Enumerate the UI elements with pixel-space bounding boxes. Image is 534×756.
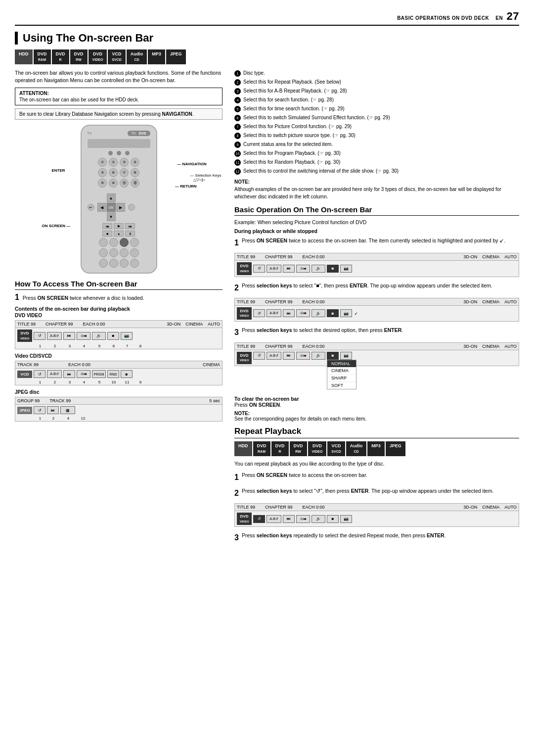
s2-icon-3[interactable]: ⏭ (283, 309, 295, 317)
repeat-btn-mp3[interactable]: MP3 (367, 441, 385, 456)
rp-icon-5[interactable]: 🔊 (312, 515, 325, 523)
s3-icon-4[interactable]: ⊙⏮ (296, 352, 310, 360)
remote-prev-btn[interactable]: ⏮ (102, 223, 112, 229)
vcd-icon-repeat[interactable]: ↺ (34, 370, 45, 378)
disc-btn-hdd[interactable]: HDD (15, 49, 33, 64)
s3-icon-7[interactable]: 📷 (340, 352, 352, 360)
remote-next-btn[interactable]: ⏭ (125, 223, 135, 229)
s1-icon-7[interactable]: 📷 (340, 265, 352, 273)
disc-btn-vcd[interactable]: VCDSVCD (108, 49, 125, 64)
remote-circle11[interactable] (120, 259, 129, 268)
dvd-icon-skip[interactable]: ⏭ (63, 332, 75, 340)
remote-btn-6[interactable]: ⑥ (109, 168, 118, 177)
s3-icon-3[interactable]: ⏭ (283, 352, 295, 360)
remote-btn-3[interactable]: ③ (120, 158, 129, 167)
remote-enter-btn[interactable]: ↩ (88, 204, 94, 211)
rp-icon-1[interactable]: ↺ (253, 515, 265, 523)
remote-btn-1[interactable]: ① (98, 158, 107, 167)
remote-circle8[interactable] (130, 248, 139, 257)
remote-dpad-down[interactable]: ▼ (107, 212, 116, 221)
vcd-icon-skip[interactable]: ⏭ (63, 370, 75, 378)
remote-circle12[interactable] (130, 259, 139, 268)
repeat-btn-dvd-r[interactable]: DVDR (271, 441, 289, 456)
repeat-btn-jpeg[interactable]: JPEG (386, 441, 405, 456)
popup-soft[interactable]: SOFT (327, 382, 356, 389)
remote-btn-7[interactable]: ⑦ (120, 168, 129, 177)
remote-circle9[interactable] (99, 259, 108, 268)
s1-icon-5[interactable]: 🔊 (312, 265, 325, 273)
remote-extra-btn[interactable] (128, 204, 135, 211)
repeat-btn-dvd-rw[interactable]: DVDRW (290, 441, 307, 456)
remote-circle2[interactable] (109, 238, 118, 247)
repeat-btn-dvd-video[interactable]: DVDVIDEO (308, 441, 327, 456)
remote-btn-10[interactable]: ⑩ (109, 179, 118, 188)
s2-icon-4[interactable]: ⊙⏮ (296, 309, 310, 317)
disc-btn-dvd-rw[interactable]: DVDRW (70, 49, 88, 64)
rp-icon-2[interactable]: A-B↺ (267, 515, 281, 523)
remote-btn-4[interactable]: ④ (131, 158, 139, 167)
dvd-icon-ab[interactable]: A-B↺ (47, 332, 62, 340)
dvd-icon-repeat[interactable]: ↺ (34, 332, 45, 340)
remote-circle5[interactable] (99, 248, 108, 257)
remote-btn-8[interactable]: ⑧ (131, 168, 139, 177)
remote-dpad-left[interactable]: ◀ (97, 203, 106, 212)
popup-normal[interactable]: NORMAL (327, 360, 356, 367)
remote-btn-9[interactable]: ⑨ (98, 179, 107, 188)
dvd-icon-search[interactable]: ⊙⏮ (77, 332, 90, 340)
s3-icon-5[interactable]: 🔊 (312, 352, 325, 360)
s1-icon-4[interactable]: ⊙⏮ (296, 265, 310, 273)
s3-icon-6[interactable]: ■ (327, 352, 339, 360)
remote-play-btn[interactable]: ▶ (114, 223, 124, 229)
remote-stop-btn[interactable]: ■ (102, 231, 112, 236)
s3-icon-1[interactable]: ↺ (253, 352, 265, 360)
s2-icon-2[interactable]: A-B↺ (267, 309, 281, 317)
remote-dpad-center[interactable]: OK (107, 203, 116, 212)
s2-icon-5[interactable]: 🔊 (312, 309, 325, 317)
disc-btn-dvd-r[interactable]: DVDR (52, 49, 69, 64)
disc-btn-audio-cd[interactable]: AudioCD (127, 49, 147, 64)
remote-circle3[interactable] (120, 238, 129, 247)
remote-circle4[interactable] (130, 238, 139, 247)
repeat-btn-hdd[interactable]: HDD (234, 441, 252, 456)
remote-switch[interactable]: TV DVD (128, 131, 150, 136)
rp-icon-3[interactable]: ⏭ (283, 515, 295, 523)
vcd-icon-search[interactable]: ⊙⏮ (77, 370, 90, 378)
vcd-icon-prgm[interactable]: PRGM (92, 370, 106, 378)
s3-icon-2[interactable]: A-B↺ (267, 352, 281, 360)
disc-btn-jpeg[interactable]: JPEG (166, 49, 186, 64)
rp-icon-7[interactable]: 📷 (340, 515, 352, 523)
remote-circle1[interactable] (99, 238, 108, 247)
popup-sharp[interactable]: SHARP (327, 375, 356, 382)
remote-pause-btn[interactable]: ⏸ (125, 231, 135, 236)
repeat-btn-dvd-ram[interactable]: DVDRAM (253, 441, 270, 456)
vcd-icon-ab[interactable]: A-B↺ (47, 370, 62, 378)
remote-rec-btn[interactable]: ● (114, 231, 124, 236)
remote-circle6[interactable] (109, 248, 118, 257)
s2-icon-6[interactable]: ■ (327, 309, 339, 317)
s2-icon-1[interactable]: ↺ (253, 309, 265, 317)
s1-icon-1[interactable]: ↺ (253, 265, 265, 273)
s1-icon-3[interactable]: ⏭ (283, 265, 295, 273)
s1-icon-6-highlighted[interactable]: ■ (327, 265, 339, 273)
repeat-btn-audio-cd[interactable]: AudioCD (346, 441, 367, 456)
remote-dpad-right[interactable]: ▶ (116, 203, 125, 212)
remote-btn-2[interactable]: ② (109, 158, 118, 167)
rp-icon-4[interactable]: ⊙⏮ (296, 515, 310, 523)
dvd-icon-stop[interactable]: ■ (107, 332, 119, 340)
s2-icon-7[interactable]: 📷 (340, 309, 352, 317)
vcd-icon-stop[interactable]: ■ (121, 370, 133, 378)
disc-btn-dvd-video[interactable]: DVDVIDEO (89, 49, 107, 64)
s1-icon-2[interactable]: A-B↺ (267, 265, 281, 273)
remote-btn-12[interactable]: ⑫ (131, 179, 139, 188)
dvd-icon-audio[interactable]: 🔊 (92, 332, 106, 340)
jpeg-icon-repeat[interactable]: ↺ (34, 406, 45, 414)
remote-btn-5[interactable]: ⑤ (98, 168, 107, 177)
remote-circle10[interactable] (109, 259, 118, 268)
jpeg-icon-slide[interactable]: ▦ (60, 406, 75, 414)
disc-btn-mp3[interactable]: MP3 (148, 49, 165, 64)
remote-btn-11[interactable]: ⑪ (120, 179, 129, 188)
dvd-icon-pic[interactable]: 📷 (121, 332, 133, 340)
remote-circle7[interactable] (120, 248, 129, 257)
popup-cinema[interactable]: CINEMA (327, 367, 356, 375)
jpeg-icon-skip[interactable]: ⏭ (47, 406, 59, 414)
